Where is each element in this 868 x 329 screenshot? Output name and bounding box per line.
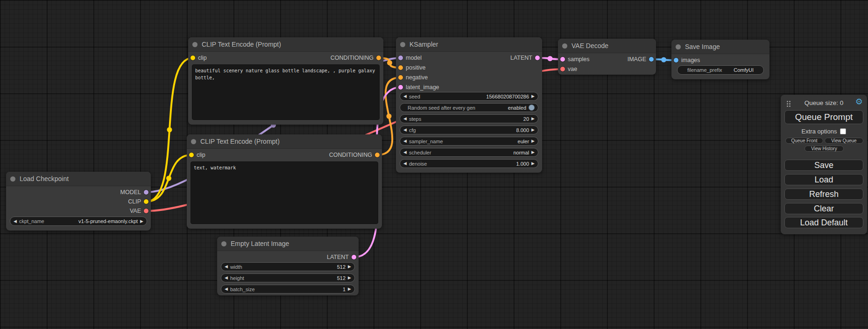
- widget-scheduler[interactable]: ◀ scheduler normal ▶: [400, 148, 538, 157]
- save-button[interactable]: Save: [784, 160, 863, 171]
- widget-batch-size[interactable]: ◀ batch_size 1 ▶: [221, 285, 355, 294]
- link-midpoint-dot[interactable]: [167, 127, 172, 133]
- widget-filename-prefix[interactable]: filename_prefix ComfyUI: [677, 65, 764, 75]
- node-empty-latent-image[interactable]: Empty Latent Image LATENT ◀ width 512 ▶ …: [217, 237, 359, 295]
- output-port-vae[interactable]: [144, 209, 148, 213]
- toggle-dot-icon[interactable]: [529, 105, 535, 111]
- increment-arrow-icon[interactable]: ▶: [140, 219, 143, 224]
- decrement-arrow-icon[interactable]: ◀: [403, 128, 407, 132]
- output-label: CLIP: [128, 197, 141, 206]
- refresh-button[interactable]: Refresh: [784, 189, 863, 200]
- increment-arrow-icon[interactable]: ▶: [531, 128, 535, 132]
- node-title-bar[interactable]: Load Checkpoint: [6, 172, 151, 186]
- view-history-button[interactable]: View History: [804, 146, 844, 152]
- collapse-dot-icon[interactable]: [191, 139, 196, 144]
- widget-steps[interactable]: ◀ steps 20 ▶: [400, 114, 538, 123]
- input-port-samples[interactable]: [560, 57, 565, 62]
- node-load-checkpoint[interactable]: Load Checkpoint MODEL CLIP VAE ◀ ckpt_na…: [6, 172, 151, 231]
- collapse-dot-icon[interactable]: [400, 42, 405, 47]
- increment-arrow-icon[interactable]: ▶: [531, 117, 535, 121]
- decrement-arrow-icon[interactable]: ◀: [403, 117, 407, 121]
- widget-denoise[interactable]: ◀ denoise 1.000 ▶: [400, 159, 538, 168]
- decrement-arrow-icon[interactable]: ◀: [14, 219, 17, 224]
- node-clip-text-encode-positive[interactable]: CLIP Text Encode (Prompt) clip CONDITION…: [188, 37, 383, 125]
- collapse-dot-icon[interactable]: [562, 43, 567, 49]
- link-midpoint-dot[interactable]: [548, 56, 553, 61]
- load-default-button[interactable]: Load Default: [784, 217, 863, 228]
- widget-random-seed-toggle[interactable]: Random seed after every gen enabled: [400, 103, 538, 112]
- input-port-model[interactable]: [398, 56, 403, 60]
- input-port-clip[interactable]: [189, 153, 194, 157]
- increment-arrow-icon[interactable]: ▶: [531, 150, 535, 154]
- output-port-clip[interactable]: [144, 199, 148, 204]
- node-title: Load Checkpoint: [20, 172, 69, 186]
- queue-prompt-button[interactable]: Queue Prompt: [784, 110, 863, 124]
- output-port-conditioning[interactable]: [375, 153, 380, 157]
- link-midpoint-dot[interactable]: [166, 176, 171, 181]
- node-vae-decode[interactable]: VAE Decode samples IMAGE vae: [558, 39, 656, 75]
- widget-ckpt-name[interactable]: ◀ ckpt_name v1-5-pruned-emaonly.ckpt ▶: [10, 217, 147, 226]
- widget-height[interactable]: ◀ height 512 ▶: [221, 273, 355, 282]
- decrement-arrow-icon[interactable]: ◀: [403, 150, 407, 154]
- link-midpoint-dot[interactable]: [661, 57, 666, 63]
- collapse-dot-icon[interactable]: [676, 44, 681, 49]
- collapse-dot-icon[interactable]: [10, 176, 15, 182]
- increment-arrow-icon[interactable]: ▶: [348, 265, 351, 269]
- input-port-negative[interactable]: [398, 75, 403, 80]
- increment-arrow-icon[interactable]: ▶: [531, 94, 535, 98]
- widget-sampler-name[interactable]: ◀ sampler_name euler ▶: [400, 137, 538, 146]
- output-port-image[interactable]: [649, 57, 654, 62]
- node-title-bar[interactable]: CLIP Text Encode (Prompt): [187, 134, 382, 149]
- collapse-dot-icon[interactable]: [192, 42, 198, 47]
- input-port-positive[interactable]: [398, 65, 403, 70]
- increment-arrow-icon[interactable]: ▶: [348, 276, 351, 280]
- extra-options-checkbox[interactable]: [840, 128, 846, 134]
- output-port-model[interactable]: [144, 190, 148, 195]
- input-port-images[interactable]: [674, 58, 678, 63]
- comfyui-canvas[interactable]: Load Checkpoint MODEL CLIP VAE ◀ ckpt_na…: [0, 0, 868, 329]
- input-port-clip[interactable]: [191, 56, 195, 60]
- widget-value: 20: [523, 116, 529, 122]
- node-title-bar[interactable]: VAE Decode: [558, 39, 656, 53]
- input-label: clip: [197, 150, 205, 160]
- increment-arrow-icon[interactable]: ▶: [531, 161, 535, 166]
- node-clip-text-encode-negative[interactable]: CLIP Text Encode (Prompt) clip CONDITION…: [187, 134, 382, 229]
- widget-width[interactable]: ◀ width 512 ▶: [221, 262, 355, 271]
- output-port-conditioning[interactable]: [376, 56, 381, 60]
- increment-arrow-icon[interactable]: ▶: [348, 287, 351, 291]
- increment-arrow-icon[interactable]: ▶: [531, 139, 535, 143]
- input-port-latent-image[interactable]: [398, 85, 403, 90]
- queue-front-button[interactable]: Queue Front: [785, 138, 823, 144]
- decrement-arrow-icon[interactable]: ◀: [403, 139, 407, 143]
- input-port-vae[interactable]: [560, 67, 565, 71]
- widget-cfg[interactable]: ◀ cfg 8.000 ▶: [400, 126, 538, 134]
- decrement-arrow-icon[interactable]: ◀: [225, 265, 228, 269]
- node-title-bar[interactable]: CLIP Text Encode (Prompt): [188, 37, 383, 52]
- clear-button[interactable]: Clear: [784, 203, 863, 214]
- output-label: LATENT: [327, 252, 349, 262]
- decrement-arrow-icon[interactable]: ◀: [225, 287, 228, 291]
- widget-seed[interactable]: ◀ seed 156680208700286 ▶: [400, 92, 538, 101]
- prompt-textarea[interactable]: text, watermark: [191, 161, 378, 224]
- link-midpoint-dot[interactable]: [387, 114, 392, 119]
- link-midpoint-dot[interactable]: [387, 60, 392, 65]
- node-ksampler[interactable]: KSampler model LATENT positive negative …: [396, 37, 542, 173]
- prompt-textarea[interactable]: beautiful scenery nature glass bottle la…: [192, 64, 380, 120]
- widget-value: v1-5-pruned-emaonly.ckpt: [78, 218, 138, 224]
- node-title-bar[interactable]: Empty Latent Image: [217, 237, 359, 251]
- node-save-image[interactable]: Save Image images filename_prefix ComfyU…: [671, 40, 769, 79]
- output-port-latent[interactable]: [352, 255, 356, 259]
- decrement-arrow-icon[interactable]: ◀: [403, 94, 407, 98]
- load-button[interactable]: Load: [784, 174, 863, 185]
- gear-icon[interactable]: ⚙: [855, 98, 863, 106]
- collapse-dot-icon[interactable]: [221, 241, 226, 246]
- input-label: samples: [568, 55, 590, 64]
- output-row-latent: LATENT: [217, 252, 359, 262]
- view-queue-button[interactable]: View Queue: [825, 138, 863, 144]
- decrement-arrow-icon[interactable]: ◀: [403, 161, 407, 166]
- node-title-bar[interactable]: KSampler: [396, 37, 542, 52]
- widget-label: scheduler: [409, 150, 431, 155]
- decrement-arrow-icon[interactable]: ◀: [225, 276, 228, 280]
- node-title-bar[interactable]: Save Image: [671, 40, 769, 54]
- output-port-latent[interactable]: [535, 56, 540, 60]
